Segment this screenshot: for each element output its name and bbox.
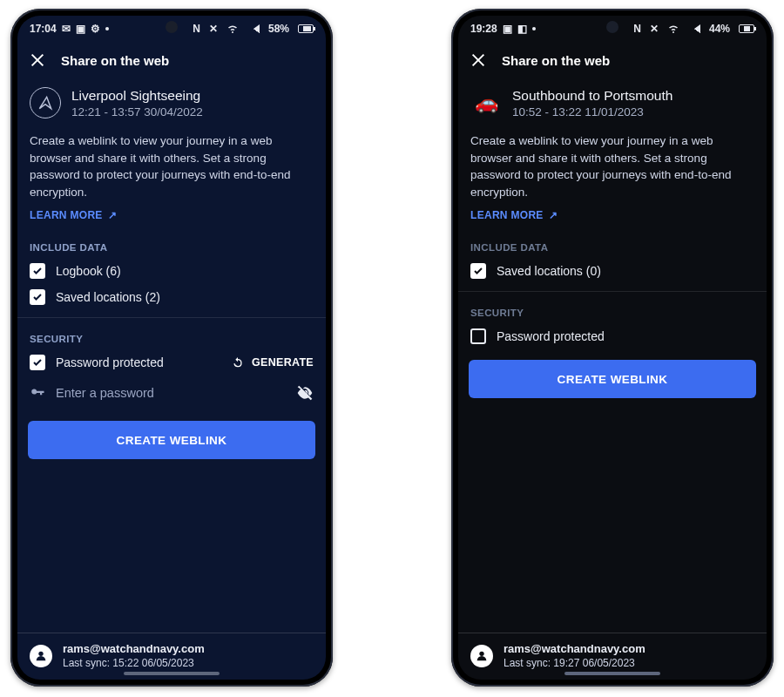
screen: 19:28 ▣ ◧ N ✕ 44% Share bbox=[458, 16, 767, 680]
checkbox[interactable] bbox=[470, 328, 486, 344]
journey-subtitle: 12:21 - 13:57 30/04/2022 bbox=[71, 105, 203, 118]
footer-sync: Last sync: 15:22 06/05/2023 bbox=[63, 657, 205, 669]
battery-percent: 44% bbox=[709, 23, 730, 35]
message-icon: ✉ bbox=[62, 23, 71, 35]
wifi-icon bbox=[226, 24, 239, 34]
journey-row: Liverpool Sightseeing 12:21 - 13:57 30/0… bbox=[17, 78, 326, 131]
dot-icon bbox=[105, 27, 109, 30]
stage: 17:04 ✉ ▣ ⚙ N ✕ 58% bbox=[0, 0, 784, 697]
camera-hole bbox=[166, 21, 178, 33]
picture-icon: ▣ bbox=[76, 23, 85, 35]
external-link-icon: ↗ bbox=[108, 209, 117, 221]
dot-icon bbox=[532, 27, 536, 30]
include-saved-locations-row[interactable]: Saved locations (2) bbox=[17, 284, 326, 310]
nfc-icon: N bbox=[193, 23, 200, 35]
footer-text: rams@watchandnavy.com Last sync: 15:22 0… bbox=[63, 642, 205, 669]
external-link-icon: ↗ bbox=[549, 209, 558, 221]
password-protected-row[interactable]: Password protected bbox=[458, 323, 767, 349]
avatar[interactable] bbox=[470, 645, 493, 667]
include-label: INCLUDE DATA bbox=[458, 233, 767, 258]
key-icon bbox=[30, 385, 45, 401]
home-indicator bbox=[564, 672, 660, 675]
journey-title: Liverpool Sightseeing bbox=[71, 88, 203, 104]
generate-button[interactable]: GENERATE bbox=[231, 355, 314, 369]
security-row: Password protected GENERATE bbox=[17, 349, 326, 376]
avatar[interactable] bbox=[30, 645, 52, 667]
app-icon: ◧ bbox=[517, 23, 527, 35]
content: Liverpool Sightseeing 12:21 - 13:57 30/0… bbox=[17, 78, 326, 633]
journey-text: Liverpool Sightseeing 12:21 - 13:57 30/0… bbox=[71, 88, 203, 118]
include-item-label: Saved locations (0) bbox=[497, 264, 601, 278]
journey-row: 🚗 Southbound to Portsmouth 10:52 - 13:22… bbox=[458, 78, 767, 131]
password-protected-label: Password protected bbox=[497, 329, 605, 343]
nfc-icon: N bbox=[633, 23, 641, 35]
footer-sync: Last sync: 19:27 06/05/2023 bbox=[504, 657, 645, 669]
password-row bbox=[17, 376, 326, 416]
vibrate-icon: ✕ bbox=[209, 23, 218, 35]
description: Create a weblink to view your journey in… bbox=[458, 131, 767, 207]
password-input[interactable] bbox=[56, 386, 286, 400]
include-saved-locations-row[interactable]: Saved locations (0) bbox=[458, 258, 767, 284]
close-icon[interactable] bbox=[470, 52, 486, 68]
learn-more-link[interactable]: LEARN MORE ↗ bbox=[458, 207, 767, 233]
journey-title: Southbound to Portsmouth bbox=[512, 88, 672, 104]
include-item-label: Saved locations (2) bbox=[56, 290, 160, 304]
learn-more-label: LEARN MORE bbox=[30, 209, 103, 221]
battery-icon bbox=[298, 24, 314, 33]
checkbox[interactable] bbox=[30, 355, 45, 370]
status-left: 19:28 ▣ ◧ bbox=[470, 23, 536, 35]
app-bar: Share on the web bbox=[17, 42, 326, 78]
close-icon[interactable] bbox=[30, 52, 45, 68]
learn-more-label: LEARN MORE bbox=[470, 209, 544, 221]
create-weblink-button[interactable]: CREATE WEBLINK bbox=[469, 360, 756, 398]
divider bbox=[458, 291, 767, 292]
footer-email: rams@watchandnavy.com bbox=[63, 642, 205, 655]
password-protected-row[interactable]: Password protected bbox=[30, 355, 164, 370]
cta-label: CREATE WEBLINK bbox=[558, 373, 668, 386]
cta-label: CREATE WEBLINK bbox=[117, 434, 227, 447]
svg-point-0 bbox=[38, 651, 43, 655]
battery-icon bbox=[739, 24, 754, 33]
generate-label: GENERATE bbox=[252, 356, 314, 369]
status-left: 17:04 ✉ ▣ ⚙ bbox=[30, 23, 109, 35]
include-label: INCLUDE DATA bbox=[17, 233, 326, 258]
picture-icon: ▣ bbox=[503, 23, 512, 35]
eye-off-icon[interactable] bbox=[296, 384, 314, 402]
camera-hole bbox=[606, 21, 618, 33]
journey-text: Southbound to Portsmouth 10:52 - 13:22 1… bbox=[512, 88, 672, 118]
page-title: Share on the web bbox=[61, 53, 169, 68]
status-time: 19:28 bbox=[470, 23, 497, 35]
compass-icon bbox=[30, 87, 61, 118]
journey-subtitle: 10:52 - 13:22 11/01/2023 bbox=[512, 105, 672, 118]
page-title: Share on the web bbox=[502, 53, 610, 68]
home-indicator bbox=[124, 672, 220, 675]
status-right: N ✕ 58% bbox=[189, 23, 314, 35]
wifi-icon bbox=[667, 24, 679, 34]
signal-icon bbox=[688, 24, 700, 33]
vibrate-icon: ✕ bbox=[650, 23, 659, 35]
password-protected-label: Password protected bbox=[56, 355, 164, 369]
phone-left: 17:04 ✉ ▣ ⚙ N ✕ 58% bbox=[10, 9, 333, 687]
footer-email: rams@watchandnavy.com bbox=[504, 642, 645, 655]
content: 🚗 Southbound to Portsmouth 10:52 - 13:22… bbox=[458, 78, 767, 633]
include-item-label: Logbook (6) bbox=[56, 264, 121, 278]
create-weblink-button[interactable]: CREATE WEBLINK bbox=[28, 421, 315, 459]
svg-point-1 bbox=[479, 651, 483, 655]
include-logbook-row[interactable]: Logbook (6) bbox=[17, 258, 326, 284]
checkbox[interactable] bbox=[470, 263, 486, 279]
divider bbox=[17, 317, 326, 318]
description: Create a weblink to view your journey in… bbox=[17, 131, 326, 207]
car-icon: 🚗 bbox=[470, 87, 502, 118]
status-right: N ✕ 44% bbox=[630, 23, 754, 35]
footer-text: rams@watchandnavy.com Last sync: 19:27 0… bbox=[504, 642, 645, 669]
screen: 17:04 ✉ ▣ ⚙ N ✕ 58% bbox=[17, 16, 326, 680]
signal-icon bbox=[247, 24, 260, 33]
checkbox[interactable] bbox=[30, 263, 45, 279]
refresh-icon bbox=[231, 355, 245, 369]
security-label: SECURITY bbox=[458, 299, 767, 323]
phone-right: 19:28 ▣ ◧ N ✕ 44% Share bbox=[451, 9, 774, 687]
learn-more-link[interactable]: LEARN MORE ↗ bbox=[17, 207, 326, 233]
battery-percent: 58% bbox=[268, 23, 289, 35]
gear-icon: ⚙ bbox=[91, 23, 100, 35]
checkbox[interactable] bbox=[30, 289, 45, 305]
